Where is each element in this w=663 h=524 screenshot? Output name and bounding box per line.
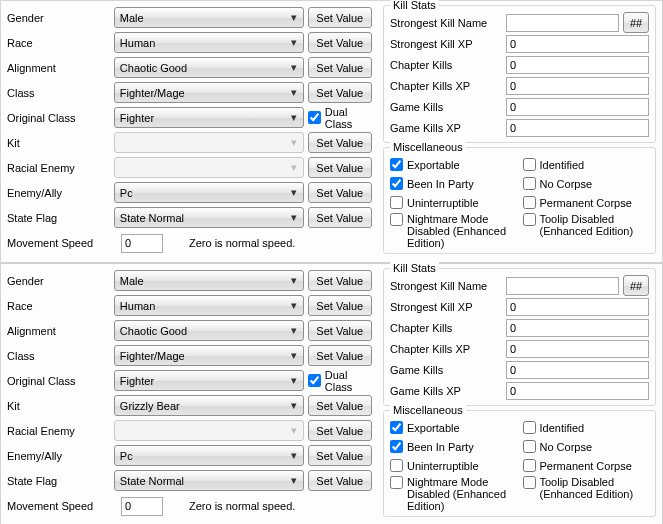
toolip-disabled-checkbox[interactable] [523, 476, 536, 489]
permanent-corpse-label: Permanent Corpse [540, 197, 632, 209]
strongest-kill-name-field-wrap [506, 277, 619, 295]
been-in-party-checkbox[interactable] [390, 177, 403, 190]
permanent-corpse-item[interactable]: Permanent Corpse [523, 457, 650, 474]
state-flag-select[interactable]: State Normal ▾ [114, 207, 304, 228]
kit-set-value-button[interactable]: Set Value [308, 395, 372, 416]
movement-speed-input[interactable] [121, 497, 163, 516]
identified-item[interactable]: Identified [523, 156, 650, 173]
been-in-party-item[interactable]: Been In Party [390, 438, 517, 455]
strongest-kill-name-input[interactable] [510, 280, 615, 292]
chapter-kills-xp-input[interactable] [510, 343, 645, 355]
uninterruptible-checkbox[interactable] [390, 459, 403, 472]
strongest-kill-xp-input[interactable] [510, 38, 645, 50]
no-corpse-label: No Corpse [540, 178, 593, 190]
exportable-item[interactable]: Exportable [390, 419, 517, 436]
nightmare-disabled-checkbox[interactable] [390, 213, 403, 226]
class-select[interactable]: Fighter/Mage ▾ [114, 345, 304, 366]
uninterruptible-checkbox[interactable] [390, 196, 403, 209]
race-set-value-button[interactable]: Set Value [308, 295, 372, 316]
permanent-corpse-checkbox[interactable] [523, 196, 536, 209]
game-kills-input[interactable] [510, 101, 645, 113]
chapter-kills-input[interactable] [510, 322, 645, 334]
uninterruptible-item[interactable]: Uninterruptible [390, 194, 517, 211]
original-class-select[interactable]: Fighter ▾ [114, 107, 304, 128]
no-corpse-item[interactable]: No Corpse [523, 175, 650, 192]
race-select[interactable]: Human ▾ [114, 32, 304, 53]
strongest-kill-xp-input[interactable] [510, 301, 645, 313]
exportable-checkbox[interactable] [390, 158, 403, 171]
class-select[interactable]: Fighter/Mage ▾ [114, 82, 304, 103]
dual-class-checkbox[interactable] [308, 374, 321, 387]
identified-item[interactable]: Identified [523, 419, 650, 436]
dual-class-wrap[interactable]: Dual Class [308, 106, 375, 130]
strongest-kill-name-hash-button[interactable]: ## [623, 12, 649, 33]
game-kills-xp-input[interactable] [510, 385, 645, 397]
chapter-kills-label: Chapter Kills [390, 322, 506, 334]
identified-checkbox[interactable] [523, 158, 536, 171]
game-kills-xp-input[interactable] [510, 122, 645, 134]
been-in-party-checkbox[interactable] [390, 440, 403, 453]
dual-class-wrap[interactable]: Dual Class [308, 369, 375, 393]
chevron-down-icon: ▾ [287, 399, 301, 412]
race-set-value-button[interactable]: Set Value [308, 32, 372, 53]
permanent-corpse-checkbox[interactable] [523, 459, 536, 472]
exportable-item[interactable]: Exportable [390, 156, 517, 173]
nightmare-disabled-item[interactable]: Nightmare Mode Disabled (Enhanced Editio… [390, 213, 517, 249]
race-select[interactable]: Human ▾ [114, 295, 304, 316]
kit-select[interactable]: Grizzly Bear ▾ [114, 395, 304, 416]
original-class-select[interactable]: Fighter ▾ [114, 370, 304, 391]
nightmare-disabled-item[interactable]: Nightmare Mode Disabled (Enhanced Editio… [390, 476, 517, 512]
enemy-ally-select[interactable]: Pc ▾ [114, 445, 304, 466]
gender-set-value-button[interactable]: Set Value [308, 7, 372, 28]
gender-select[interactable]: Male ▾ [114, 7, 304, 28]
identified-checkbox[interactable] [523, 421, 536, 434]
nightmare-disabled-checkbox[interactable] [390, 476, 403, 489]
race-label: Race [7, 37, 114, 49]
racial-enemy-set-value-button[interactable]: Set Value [308, 420, 372, 441]
movement-speed-input[interactable] [121, 234, 163, 253]
strongest-kill-name-hash-button[interactable]: ## [623, 275, 649, 296]
gender-select[interactable]: Male ▾ [114, 270, 304, 291]
state-flag-select[interactable]: State Normal ▾ [114, 470, 304, 491]
state-flag-set-value-button[interactable]: Set Value [308, 207, 372, 228]
dual-class-label: Dual Class [325, 369, 375, 393]
game-kills-input[interactable] [510, 364, 645, 376]
identified-label: Identified [540, 159, 585, 171]
strongest-kill-name-input[interactable] [510, 17, 615, 29]
state-flag-set-value-button[interactable]: Set Value [308, 470, 372, 491]
dual-class-checkbox[interactable] [308, 111, 321, 124]
exportable-checkbox[interactable] [390, 421, 403, 434]
enemy-ally-select[interactable]: Pc ▾ [114, 182, 304, 203]
race-value: Human [120, 300, 287, 312]
racial-enemy-set-value-button[interactable]: Set Value [308, 157, 372, 178]
chevron-down-icon: ▾ [287, 449, 301, 462]
right-column: Kill Stats Strongest Kill Name ## Strong… [379, 264, 662, 524]
alignment-set-value-button[interactable]: Set Value [308, 57, 372, 78]
toolip-disabled-item[interactable]: Toolip Disabled (Enhanced Edition) [523, 213, 650, 249]
alignment-select[interactable]: Chaotic Good ▾ [114, 320, 304, 341]
gender-set-value-button[interactable]: Set Value [308, 270, 372, 291]
been-in-party-item[interactable]: Been In Party [390, 175, 517, 192]
toolip-disabled-checkbox[interactable] [523, 213, 536, 226]
movement-speed-hint: Zero is normal speed. [189, 500, 295, 512]
chapter-kills-input[interactable] [510, 59, 645, 71]
no-corpse-checkbox[interactable] [523, 440, 536, 453]
chapter-kills-xp-label: Chapter Kills XP [390, 80, 506, 92]
enemy-ally-set-value-button[interactable]: Set Value [308, 182, 372, 203]
no-corpse-checkbox[interactable] [523, 177, 536, 190]
enemy-ally-set-value-button[interactable]: Set Value [308, 445, 372, 466]
kit-set-value-button[interactable]: Set Value [308, 132, 372, 153]
class-set-value-button[interactable]: Set Value [308, 345, 372, 366]
alignment-set-value-button[interactable]: Set Value [308, 320, 372, 341]
alignment-select[interactable]: Chaotic Good ▾ [114, 57, 304, 78]
chevron-down-icon: ▾ [287, 36, 301, 49]
chapter-kills-xp-input[interactable] [510, 80, 645, 92]
strongest-kill-xp-label: Strongest Kill XP [390, 301, 506, 313]
game-kills-field-wrap [506, 361, 649, 379]
class-set-value-button[interactable]: Set Value [308, 82, 372, 103]
uninterruptible-item[interactable]: Uninterruptible [390, 457, 517, 474]
toolip-disabled-item[interactable]: Toolip Disabled (Enhanced Edition) [523, 476, 650, 512]
no-corpse-item[interactable]: No Corpse [523, 438, 650, 455]
permanent-corpse-item[interactable]: Permanent Corpse [523, 194, 650, 211]
gender-label: Gender [7, 12, 114, 24]
